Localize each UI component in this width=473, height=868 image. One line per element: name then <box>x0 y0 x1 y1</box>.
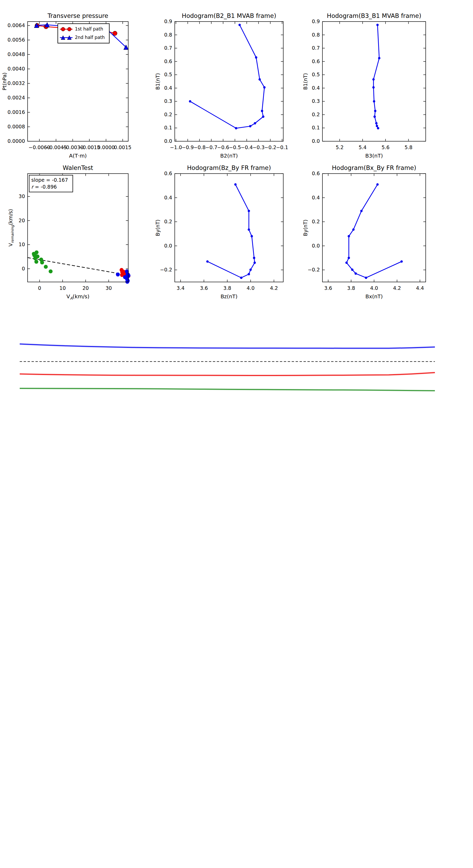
circle-marker <box>61 27 65 31</box>
data-point-marker <box>125 280 129 284</box>
hodogram-bxby-ylabel: By(nT) <box>302 220 308 236</box>
hodogram-b2b1-frame <box>175 22 283 141</box>
y-tick-label: 0.7 <box>164 45 172 51</box>
x-tick-label: −0.1 <box>276 145 288 150</box>
data-point-marker <box>259 78 261 81</box>
y-tick-label: 20 <box>19 218 25 223</box>
x-tick-label: −0.9 <box>181 145 194 150</box>
x-tick-label: −0.2 <box>264 145 276 150</box>
hodogram-bzby-ylabel: By(nT) <box>155 220 161 236</box>
panel-hodogram-b2b1: −1.0−0.9−0.8−0.7−0.6−0.5−0.4−0.3−0.2−0.1… <box>155 12 288 159</box>
x-tick-label: 3.8 <box>223 285 231 291</box>
panel-walen-test: 01020300102030WalenTestVA(km/s)Vremainin… <box>8 164 130 300</box>
y-tick-label: 0.5 <box>312 71 320 77</box>
y-tick-label: 0.1 <box>164 125 172 130</box>
data-point-marker <box>373 100 375 102</box>
data-point-marker <box>345 261 348 264</box>
x-tick-label: −0.6 <box>217 145 229 150</box>
panel-transverse-pressure: −0.0060−0.0045−0.0030−0.00150.00000.0015… <box>2 12 131 159</box>
hodogram-b2b1-series-hodogram <box>190 25 264 128</box>
walen-test-title: WalenTest <box>63 164 93 171</box>
x-tick-label: 4.0 <box>370 285 378 291</box>
x-tick-label: 20 <box>82 285 89 291</box>
transverse-pressure-legend: 1st half path2nd half path <box>58 24 109 43</box>
data-point-marker <box>375 122 378 124</box>
y-tick-label: 0.1 <box>312 125 320 130</box>
data-point-marker <box>121 272 125 276</box>
data-point-marker <box>235 127 237 129</box>
x-tick-label: 5.4 <box>359 145 367 150</box>
hodogram-bzby-series-hodogram <box>207 184 255 278</box>
x-tick-label: 5.6 <box>381 145 390 150</box>
data-point-marker <box>48 269 53 273</box>
y-tick-label: 0.6 <box>312 58 320 64</box>
y-tick-label: 0.6 <box>164 170 172 176</box>
annotation-line: slope = -0.167 <box>31 177 68 183</box>
x-tick-label: 10 <box>59 285 66 291</box>
hodogram-bxby-xlabel: Bx(nT) <box>365 293 382 300</box>
data-point-marker <box>263 86 266 89</box>
x-tick-label: 3.6 <box>200 285 208 291</box>
data-point-marker <box>261 110 263 112</box>
x-tick-label: −0.0015 <box>78 145 100 150</box>
data-point-marker <box>34 260 38 264</box>
y-tick-label: 0 <box>22 266 25 272</box>
circle-marker <box>68 27 71 31</box>
x-tick-label: 0.0000 <box>97 145 114 150</box>
data-point-marker <box>247 228 250 231</box>
hodogram-bzby-frame <box>175 174 283 282</box>
y-tick-label: 0.4 <box>312 85 320 91</box>
y-tick-label: 0.2 <box>312 219 320 224</box>
x-tick-label: 4.2 <box>270 285 278 291</box>
data-point-marker <box>35 250 39 254</box>
y-tick-label: 0.8 <box>164 32 172 38</box>
y-tick-label: 0.7 <box>312 45 320 51</box>
y-tick-label: −0.2 <box>160 267 172 273</box>
figure: −0.0060−0.0045−0.0030−0.00150.00000.0015… <box>0 0 473 868</box>
x-tick-label: 4.0 <box>247 285 255 291</box>
x-tick-label: 4.4 <box>416 285 424 291</box>
hodogram-b3b1-series-hodogram <box>373 25 379 128</box>
panel-hodogram-b3b1: 5.25.45.65.80.00.10.20.30.40.50.60.70.80… <box>302 12 426 159</box>
transverse-pressure-ylabel: Pt(nPa) <box>2 72 7 90</box>
data-point-marker <box>354 272 357 275</box>
hodogram-bxby-title: Hodogram(Bx_By FR frame) <box>332 164 416 171</box>
hodogram-b3b1-xlabel: B3(nT) <box>365 153 383 159</box>
data-point-marker <box>247 210 250 212</box>
x-tick-label: −0.7 <box>205 145 217 150</box>
x-tick-label: 30 <box>105 285 112 291</box>
y-tick-label: 0.0064 <box>8 22 25 28</box>
hodogram-b2b1-title: Hodogram(B2_B1 MVAB frame) <box>182 12 276 19</box>
y-tick-label: 0.0056 <box>8 37 25 42</box>
y-tick-label: 0.0 <box>164 243 172 249</box>
x-tick-label: 4.2 <box>393 285 401 291</box>
x-tick-label: −1.0 <box>170 145 182 150</box>
x-tick-label: −0.5 <box>229 145 241 150</box>
legend-label: 1st half path <box>75 26 103 32</box>
y-tick-label: 0.2 <box>312 112 320 117</box>
x-tick-label: 5.2 <box>336 145 343 150</box>
data-point-marker <box>360 210 363 212</box>
data-point-marker <box>373 116 376 118</box>
x-tick-label: 3.4 <box>177 285 184 291</box>
data-point-marker <box>251 235 253 238</box>
y-tick-label: 0.0032 <box>8 80 25 86</box>
data-point-marker <box>351 269 353 271</box>
y-tick-label: 0.0000 <box>8 138 25 144</box>
x-tick-label: −0.4 <box>241 145 253 150</box>
data-point-marker <box>365 276 367 279</box>
data-point-marker <box>377 127 379 129</box>
data-point-marker <box>372 86 375 89</box>
y-tick-label: 0.8 <box>312 32 320 38</box>
y-tick-label: 0.9 <box>164 19 172 24</box>
y-tick-label: 0.4 <box>164 85 172 91</box>
y-tick-label: 0.3 <box>164 98 172 104</box>
data-point-marker <box>234 183 236 186</box>
hodogram-b2b1-ylabel: B1(nT) <box>155 73 161 90</box>
panel-hodogram-bzby: 3.43.63.84.04.2−0.20.00.20.40.6Hodogram(… <box>155 164 283 300</box>
walen-test-annotation: slope = -0.167r = -0.896 <box>29 175 73 192</box>
y-tick-label: 10 <box>19 242 25 247</box>
data-point-marker <box>116 273 120 276</box>
y-tick-label: 0.6 <box>164 58 172 64</box>
y-tick-label: 0.2 <box>164 219 172 224</box>
